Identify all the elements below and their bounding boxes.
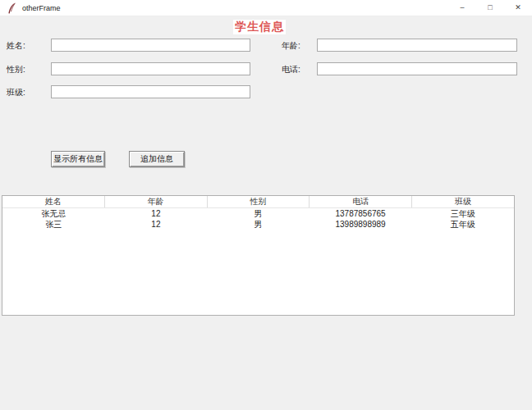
show-all-button[interactable]: 显示所有信息 [51, 151, 105, 167]
tk-feather-icon [7, 2, 16, 14]
table-header-row: 姓名 年龄 性别 电话 班级 [2, 196, 514, 208]
close-icon: ✕ [515, 4, 521, 11]
table-cell-age: 12 [105, 208, 208, 219]
name-input[interactable] [51, 39, 250, 52]
minimize-button[interactable]: – [448, 0, 476, 16]
table-row[interactable]: 张三 12 男 13989898989 五年级 [2, 219, 514, 230]
page-title: 学生信息 [233, 20, 286, 34]
append-button[interactable]: 追加信息 [129, 151, 185, 167]
table-row[interactable]: 张无忌 12 男 13787856765 三年级 [2, 208, 514, 219]
close-button[interactable]: ✕ [504, 0, 532, 16]
age-label: 年龄: [282, 40, 300, 52]
class-label: 班级: [7, 87, 25, 98]
table-cell-name: 张三 [2, 219, 105, 230]
maximize-icon: □ [488, 4, 492, 11]
table-cell-phone: 13989898989 [310, 219, 412, 230]
window-title: otherFrame [22, 4, 61, 12]
class-input[interactable] [51, 85, 250, 98]
maximize-button[interactable]: □ [476, 0, 504, 16]
gender-input[interactable] [51, 62, 250, 75]
table-header-age[interactable]: 年龄 [105, 196, 208, 207]
gender-label: 性别: [7, 64, 25, 75]
age-input[interactable] [317, 39, 517, 52]
table-cell-phone: 13787856765 [310, 208, 412, 219]
phone-label: 电话: [282, 64, 300, 75]
titlebar: otherFrame – □ ✕ [0, 0, 532, 16]
table-header-phone[interactable]: 电话 [310, 196, 412, 207]
minimize-icon: – [460, 4, 464, 11]
table-header-gender[interactable]: 性别 [208, 196, 310, 207]
window-controls: – □ ✕ [448, 0, 532, 16]
student-table: 姓名 年龄 性别 电话 班级 张无忌 12 男 13787856765 三年级 … [2, 195, 515, 316]
table-cell-gender: 男 [207, 219, 310, 230]
table-cell-age: 12 [105, 219, 208, 230]
table-header-class[interactable]: 班级 [412, 196, 514, 207]
other-frame-window: otherFrame – □ ✕ 学生信息 姓名: 性别: 班级: 年龄: 电话… [0, 0, 532, 410]
table-cell-class: 五年级 [411, 219, 514, 230]
table-header-name[interactable]: 姓名 [2, 196, 105, 207]
table-cell-name: 张无忌 [2, 208, 105, 219]
name-label: 姓名: [7, 40, 25, 52]
table-cell-gender: 男 [207, 208, 310, 219]
table-cell-class: 三年级 [411, 208, 514, 219]
phone-input[interactable] [317, 62, 517, 75]
